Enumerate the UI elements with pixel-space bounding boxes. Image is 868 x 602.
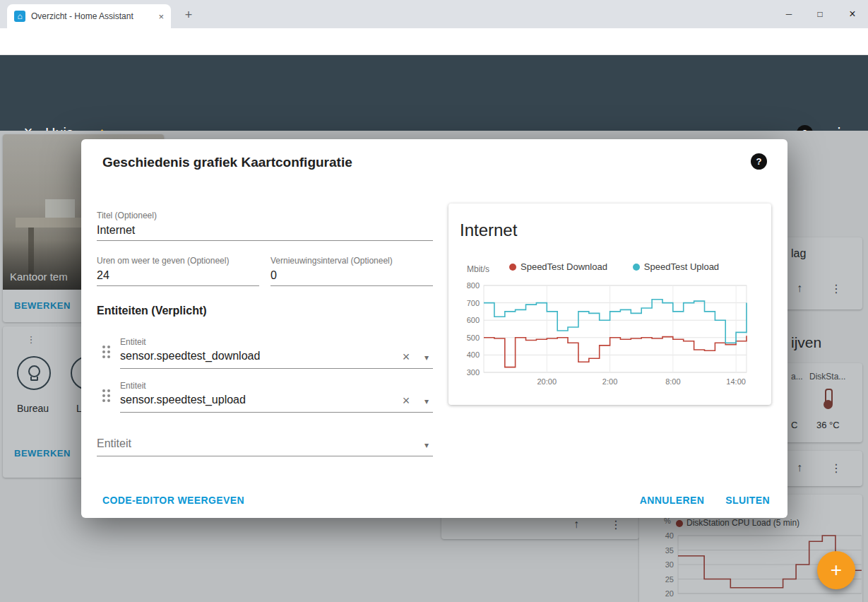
cancel-button[interactable]: ANNULEREN <box>640 495 705 506</box>
uren-field-underline <box>97 285 259 286</box>
card-config-dialog: Geschiedenis grafiek Kaartconfiguratie ?… <box>81 139 787 518</box>
add-card-fab[interactable]: + <box>817 551 855 589</box>
svg-text:400: 400 <box>467 350 480 359</box>
home-assistant-favicon-icon: ⌂ <box>14 11 25 22</box>
svg-text:2:00: 2:00 <box>602 377 617 386</box>
entity-field-input[interactable]: sensor.speedtest_upload <box>120 394 246 406</box>
drag-handle-icon[interactable] <box>102 389 105 392</box>
drag-handle-icon[interactable] <box>102 346 105 348</box>
entity-field-label: Entiteit <box>120 381 146 391</box>
entity-field-underline <box>120 368 433 369</box>
entity-field-underline <box>120 412 433 413</box>
titel-field-input[interactable]: Internet <box>97 224 135 237</box>
clear-entity-icon[interactable]: × <box>399 350 413 364</box>
titel-field-label: Titel (Optioneel) <box>97 211 157 220</box>
ha-header: × Huis ? ⋮ THUIS ← → ⌂ TEST + <box>0 55 868 131</box>
empty-entity-row: Entiteit ▾ <box>97 425 433 457</box>
interval-field-underline <box>270 285 433 286</box>
history-graph-preview-card: Internet Mbit/s SpeedTest Download Speed… <box>448 203 771 405</box>
preview-card-title: Internet <box>460 220 517 240</box>
svg-text:600: 600 <box>467 316 480 324</box>
entity-row: Entiteit sensor.speedtest_download × ▾ <box>97 331 433 370</box>
entity-dropdown-caret-icon[interactable]: ▾ <box>420 395 433 408</box>
close-button[interactable]: SLUITEN <box>725 495 770 506</box>
chart-unit-label: Mbit/s <box>467 264 489 274</box>
window-maximize-button[interactable]: □ <box>804 0 836 28</box>
browser-tab-strip: ⌂ Overzicht - Home Assistant × + ─ □ × <box>0 0 868 28</box>
legend-label-upload: SpeedTest Upload <box>644 261 719 272</box>
empty-entity-underline <box>97 456 433 456</box>
svg-text:500: 500 <box>467 334 480 342</box>
entities-heading: Entiteiten (Verplicht) <box>97 305 207 317</box>
speedtest-history-chart: 30040050060070080020:002:008:0014:00 <box>456 277 764 396</box>
chart-legend: SpeedTest Download SpeedTest Upload <box>509 261 719 272</box>
tab-title: Overzicht - Home Assistant <box>31 11 153 21</box>
svg-text:800: 800 <box>467 281 480 290</box>
legend-item-download: SpeedTest Download <box>509 261 607 272</box>
legend-dot-download <box>509 264 516 271</box>
svg-text:300: 300 <box>467 368 480 377</box>
uren-field-input[interactable]: 24 <box>97 269 109 282</box>
entity-row: Entiteit sensor.speedtest_upload × ▾ <box>97 375 433 413</box>
svg-text:8:00: 8:00 <box>665 377 680 386</box>
browser-toolbar: ← → ↻ i Niet beveiligd homeassistant.loc… <box>0 28 868 55</box>
entity-dropdown-caret-icon[interactable]: ▾ <box>420 351 433 364</box>
svg-text:14:00: 14:00 <box>726 377 746 386</box>
interval-field-input[interactable]: 0 <box>270 269 277 282</box>
uren-field-label: Uren om weer te geven (Optioneel) <box>97 256 229 266</box>
window-close-button[interactable]: × <box>837 0 868 28</box>
titel-field-underline <box>97 240 433 241</box>
dialog-help-icon[interactable]: ? <box>751 153 767 170</box>
legend-item-upload: SpeedTest Upload <box>633 261 719 272</box>
window-minimize-button[interactable]: ─ <box>773 0 804 28</box>
interval-field-label: Vernieuwingsinterval (Optioneel) <box>270 256 393 266</box>
svg-text:20:00: 20:00 <box>537 377 557 386</box>
tab-close-icon[interactable]: × <box>158 11 164 22</box>
legend-label-download: SpeedTest Download <box>521 261 607 272</box>
browser-tab[interactable]: ⌂ Overzicht - Home Assistant × <box>7 4 171 28</box>
code-editor-button[interactable]: CODE-EDITOR WEERGEVEN <box>102 495 244 506</box>
new-tab-button[interactable]: + <box>178 6 199 24</box>
empty-entity-placeholder[interactable]: Entiteit <box>97 437 131 450</box>
dialog-title: Geschiedenis grafiek Kaartconfiguratie <box>102 155 352 170</box>
entity-field-label: Entiteit <box>120 337 146 347</box>
entity-dropdown-caret-icon[interactable]: ▾ <box>420 439 433 452</box>
clear-entity-icon[interactable]: × <box>399 394 413 408</box>
svg-text:700: 700 <box>467 299 480 307</box>
screen: ⌂ Overzicht - Home Assistant × + ─ □ × ←… <box>0 0 868 602</box>
legend-dot-upload <box>633 264 640 271</box>
entity-field-input[interactable]: sensor.speedtest_download <box>120 350 260 362</box>
